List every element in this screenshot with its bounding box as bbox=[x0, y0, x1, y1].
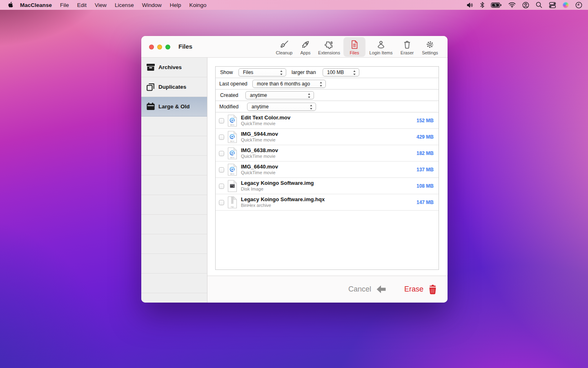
trash-filled-icon bbox=[428, 284, 437, 295]
clock-icon[interactable] bbox=[575, 2, 582, 9]
disk-image-file-icon bbox=[227, 180, 237, 192]
svg-text:MOV: MOV bbox=[230, 173, 234, 175]
menu-window[interactable]: Window bbox=[142, 2, 162, 8]
show-select[interactable]: Files bbox=[238, 68, 286, 76]
file-size: 137 MB bbox=[416, 167, 434, 173]
quicktime-file-icon: MOV bbox=[227, 147, 237, 159]
filter-row-show: Show Files larger than 100 MB bbox=[216, 67, 439, 78]
erase-button[interactable]: Erase bbox=[404, 284, 437, 295]
menu-koingo[interactable]: Koingo bbox=[189, 2, 206, 8]
svg-text:MOV: MOV bbox=[230, 157, 234, 159]
window-toolbar: Cleanup Apps Extensions bbox=[272, 37, 442, 57]
svg-text:MOV: MOV bbox=[230, 124, 234, 126]
menu-license[interactable]: License bbox=[115, 2, 134, 8]
file-row: Legacy Koingo Software.img Disk Image 10… bbox=[216, 178, 439, 194]
menu-bar: MacCleanse File Edit View License Window… bbox=[0, 0, 588, 10]
sidebar-empty-row bbox=[141, 195, 207, 215]
back-arrow-icon bbox=[376, 285, 386, 294]
close-button[interactable] bbox=[149, 45, 154, 49]
show-label: Show bbox=[220, 70, 233, 75]
toolbar-login-items[interactable]: Login Items bbox=[365, 37, 396, 57]
footer-bar: Cancel Erase bbox=[207, 276, 448, 303]
toolbar-eraser[interactable]: Eraser bbox=[396, 37, 418, 57]
filter-row-created: Created anytime bbox=[216, 90, 439, 101]
spotlight-search-icon[interactable] bbox=[536, 2, 542, 8]
menu-edit[interactable]: Edit bbox=[77, 2, 87, 8]
file-size: 182 MB bbox=[416, 150, 434, 156]
user-account-icon[interactable] bbox=[522, 2, 529, 9]
file-checkbox[interactable] bbox=[219, 118, 224, 123]
sidebar-empty-row bbox=[141, 274, 207, 293]
menu-status-area bbox=[467, 0, 582, 10]
battery-icon[interactable] bbox=[491, 2, 502, 8]
archive-box-icon bbox=[145, 62, 156, 73]
window-controls bbox=[149, 45, 170, 49]
minimize-button[interactable] bbox=[157, 45, 162, 49]
filter-and-file-panel: Show Files larger than 100 MB Last opene… bbox=[215, 66, 439, 270]
window-title: Files bbox=[178, 43, 192, 50]
stepper-icon bbox=[353, 70, 356, 76]
stepper-icon bbox=[319, 81, 323, 87]
volume-icon[interactable] bbox=[467, 2, 474, 8]
menu-app-name[interactable]: MacCleanse bbox=[20, 2, 52, 8]
sidebar-empty-row bbox=[141, 117, 207, 136]
sidebar-item-archives[interactable]: Archives bbox=[141, 58, 207, 77]
menu-help[interactable]: Help bbox=[170, 2, 181, 8]
sidebar-empty-row bbox=[141, 136, 207, 156]
file-checkbox[interactable] bbox=[219, 184, 224, 189]
sidebar-empty-row bbox=[141, 156, 207, 175]
toolbar-cleanup[interactable]: Cleanup bbox=[272, 37, 296, 57]
binhex-file-icon: hqx bbox=[227, 196, 237, 209]
menu-view[interactable]: View bbox=[95, 2, 107, 8]
control-center-icon[interactable] bbox=[549, 2, 556, 8]
last-opened-select[interactable]: more than 6 months ago bbox=[252, 80, 326, 88]
gear-icon bbox=[425, 39, 435, 49]
menu-file[interactable]: File bbox=[60, 2, 69, 8]
trash-outline-icon bbox=[402, 39, 412, 49]
file-size: 108 MB bbox=[416, 183, 434, 189]
larger-than-select[interactable]: 100 MB bbox=[323, 68, 359, 76]
svg-text:hqx: hqx bbox=[231, 206, 234, 208]
stepper-icon bbox=[307, 93, 311, 99]
sidebar-item-duplicates[interactable]: Duplicates bbox=[141, 77, 207, 97]
sidebar-empty-row bbox=[141, 254, 207, 274]
svg-text:MOV: MOV bbox=[230, 140, 234, 142]
file-checkbox[interactable] bbox=[219, 167, 224, 173]
toolbar-settings[interactable]: Settings bbox=[418, 37, 442, 57]
file-row: MOV IMG_5944.mov QuickTime movie 429 MB bbox=[216, 129, 439, 145]
person-pin-icon bbox=[376, 39, 386, 49]
zoom-button[interactable] bbox=[165, 45, 170, 49]
file-checkbox[interactable] bbox=[219, 200, 224, 205]
quicktime-file-icon: MOV bbox=[227, 131, 237, 143]
window-body: Archives Duplicates Large & Old bbox=[141, 58, 448, 303]
file-checkbox[interactable] bbox=[219, 151, 224, 156]
sidebar-item-large-and-old[interactable]: Large & Old bbox=[141, 97, 207, 117]
document-icon bbox=[350, 39, 359, 49]
rocket-icon bbox=[301, 39, 310, 49]
filter-row-modified: Modified anytime bbox=[216, 101, 439, 112]
sidebar-empty-row bbox=[141, 175, 207, 195]
apple-menu-icon[interactable] bbox=[8, 2, 13, 8]
modified-select[interactable]: anytime bbox=[247, 103, 316, 111]
file-size: 429 MB bbox=[416, 134, 434, 140]
wifi-icon[interactable] bbox=[508, 2, 516, 8]
created-select[interactable]: anytime bbox=[245, 91, 314, 99]
file-size: 152 MB bbox=[416, 118, 434, 123]
broom-icon bbox=[279, 39, 289, 49]
quicktime-file-icon: MOV bbox=[227, 114, 237, 127]
filter-row-last-opened: Last opened more than 6 months ago bbox=[216, 78, 439, 90]
file-row: hqx Legacy Koingo Software.img.hqx BinHe… bbox=[216, 194, 439, 211]
last-opened-label: Last opened bbox=[219, 81, 247, 87]
toolbar-apps[interactable]: Apps bbox=[296, 37, 315, 57]
bluetooth-icon[interactable] bbox=[480, 2, 484, 8]
menu-items: File Edit View License Window Help Koing… bbox=[60, 2, 206, 8]
cancel-button[interactable]: Cancel bbox=[348, 285, 386, 294]
toolbar-extensions[interactable]: Extensions bbox=[315, 37, 343, 57]
siri-icon[interactable] bbox=[563, 2, 569, 8]
sidebar: Archives Duplicates Large & Old bbox=[141, 58, 207, 303]
stepper-icon bbox=[280, 70, 283, 76]
toolbar-files[interactable]: Files bbox=[343, 37, 365, 57]
file-checkbox[interactable] bbox=[219, 135, 224, 140]
larger-than-label: larger than bbox=[292, 70, 316, 75]
file-row: MOV IMG_6640.mov QuickTime movie 137 MB bbox=[216, 162, 439, 178]
